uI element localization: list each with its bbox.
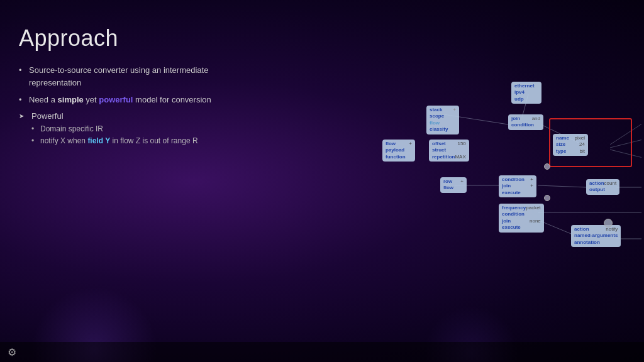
node-row-flow: row+ flow [440, 177, 467, 193]
bullet-list: Source-to-source converter using an inte… [19, 64, 245, 106]
svg-line-10 [538, 185, 586, 187]
circle-conn-3 [604, 219, 613, 228]
left-panel: Approach Source-to-source converter usin… [19, 25, 245, 148]
node-name-size-type: namepixel size24 typebit [553, 134, 588, 156]
sub-bullet-1: Domain specific IR [31, 124, 245, 133]
svg-line-7 [610, 135, 641, 148]
diagram-panel: ethernet ipv4 udp stack+ scope flow clas… [226, 13, 641, 352]
sub-bullet-2: notify X when field Y in flow Z is out o… [31, 136, 245, 145]
powerful-label: Powerful [31, 111, 64, 121]
node-condition-join-upper: condition+ join+ execute [499, 175, 536, 197]
bullet-2-text: Need a simple yet powerful model for con… [29, 95, 211, 104]
bullet-2: Need a simple yet powerful model for con… [19, 94, 245, 106]
circle-conn-1 [544, 163, 550, 170]
circle-conn-2 [544, 195, 550, 201]
powerful-item: Powerful [19, 111, 245, 121]
node-frequency-condition: frequencypacket condition joinnone execu… [499, 204, 544, 233]
node-action-notify: actionnotify named-arguments annotation [571, 225, 621, 247]
node-action-output: actioncount output [586, 179, 619, 195]
svg-line-8 [610, 150, 641, 162]
bottom-bar: ⚙ [0, 342, 644, 362]
sub-bullets: Domain specific IR notify X when field Y… [31, 124, 245, 145]
bullet-1-text: Source-to-source converter using an inte… [29, 65, 208, 87]
svg-line-6 [610, 112, 641, 145]
node-flow-payload: flow+ payload function [382, 140, 415, 162]
node-stack: stack+ scope flow classify [426, 106, 459, 134]
connector-lines [226, 13, 641, 352]
page-title: Approach [19, 25, 245, 52]
node-offset-struct: offset150 struct repetitionMAX [429, 140, 469, 162]
node-join-condition: joinand condition [508, 114, 543, 130]
bullet-1: Source-to-source converter using an inte… [19, 64, 245, 89]
gear-icon: ⚙ [8, 346, 16, 358]
node-ethernet: ethernet ipv4 udp [511, 82, 541, 104]
